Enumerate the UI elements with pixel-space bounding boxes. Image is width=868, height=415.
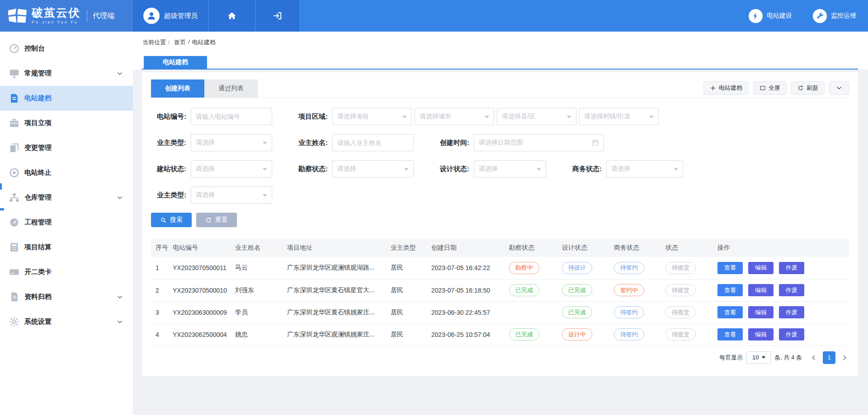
cell-type: 居民 [391, 257, 431, 279]
sidebar-item-system-settings[interactable]: 系统设置 [0, 309, 133, 334]
station-archive-button[interactable]: 电站建档 [703, 81, 749, 95]
tab-passed-list[interactable]: 通过列表 [204, 79, 258, 98]
stations-table: 序号电站编号业主姓名项目地址业主类型创建日期勘察状态设计状态商务状态状态操作 1… [151, 239, 849, 346]
status-badge: 签约中 [614, 284, 644, 296]
brand-logo-icon [7, 8, 28, 24]
row-void-button[interactable]: 作废 [779, 328, 804, 340]
card-toolbar: 电站建档 全屏 刷新 [703, 81, 849, 95]
status-badge: 待提交 [665, 262, 696, 274]
row-edit-button[interactable]: 编辑 [748, 306, 774, 318]
sidebar-item-project-initiation[interactable]: 项目立项 [0, 111, 133, 135]
reset-button[interactable]: 重置 [196, 213, 237, 227]
status-badge: 已完成 [562, 284, 592, 296]
row-void-button[interactable]: 作废 [779, 284, 804, 296]
refresh-button[interactable]: 刷新 [791, 81, 825, 95]
logout-button[interactable] [256, 0, 299, 32]
toolbar-expand-button[interactable] [829, 81, 849, 95]
fullscreen-button[interactable]: 全屏 [753, 81, 787, 95]
sidebar-item-general-management[interactable]: 常规管理 [0, 61, 133, 86]
filter-label-create-time: 创建时间: [434, 139, 469, 147]
brand-area: 破茧云伏 Po Jian Yun Fu 代理端 [0, 0, 133, 32]
chevron-down-icon [263, 142, 267, 147]
filter-group-survey-status: 勘察状态:请选择 [292, 160, 414, 177]
page-tab-station-archive[interactable]: 电站建档 [144, 56, 207, 69]
filter-survey-status-select[interactable]: 请选择 [332, 160, 414, 177]
row-view-button[interactable]: 查看 [717, 328, 743, 340]
sidebar-item-change-management[interactable]: 变更管理 [0, 135, 133, 160]
row-edit-button[interactable]: 编辑 [748, 328, 774, 340]
row-view-button[interactable]: 查看 [717, 306, 743, 318]
sidebar-item-second-class-card[interactable]: 开二类卡 [0, 260, 133, 284]
filter-design-status-select[interactable]: 请选择 [474, 160, 546, 177]
cell-status: 待提交 [665, 323, 717, 345]
filter-town-select[interactable]: 请选择村镇/街道 [579, 108, 659, 125]
per-page-select[interactable]: 10 [746, 351, 771, 364]
page-number-button[interactable]: 1 [823, 351, 835, 364]
status-badge: 已完成 [509, 284, 539, 296]
cell-actions: 查看编辑作废 [717, 301, 849, 323]
column-header-actions: 操作 [717, 239, 849, 257]
next-page-button[interactable] [840, 353, 849, 362]
prev-page-button[interactable] [809, 353, 818, 362]
chevron-down-icon [404, 168, 409, 173]
filter-owner-type-2-select[interactable]: 请选择 [191, 187, 272, 204]
sidebar-item-data-archive[interactable]: 资料归档 [0, 284, 133, 309]
header-nav-monitoring-ops[interactable]: 监控运维 [813, 9, 856, 23]
filter-build-status-select[interactable]: 请选择 [191, 160, 272, 177]
filter-province-select[interactable]: 请选择省份 [332, 108, 412, 125]
cell-owner: 马云 [235, 257, 287, 279]
fullscreen-icon [760, 85, 766, 91]
warehouse-icon [9, 192, 20, 203]
filter-city-select[interactable]: 请选择城市 [415, 108, 494, 125]
user-name: 超级管理员 [164, 12, 198, 20]
terminate-icon [9, 167, 20, 178]
row-void-button[interactable]: 作废 [779, 306, 804, 318]
sidebar-item-engineering-management[interactable]: 工程管理 [0, 210, 133, 235]
filter-actions: 搜索 重置 [151, 213, 849, 227]
header-nav-station-construction[interactable]: 电站建设 [749, 9, 792, 23]
filter-owner-name-input[interactable] [332, 134, 414, 151]
search-button[interactable]: 搜索 [151, 213, 192, 227]
filter-label-design-status: 设计状态: [434, 165, 469, 173]
filter-owner-type-select[interactable]: 请选择 [191, 134, 272, 151]
cell-status: 待提交 [665, 301, 717, 323]
status-badge: 待提交 [665, 328, 696, 340]
filter-station-code-input[interactable] [191, 108, 272, 125]
per-page-label: 每页显示 [719, 354, 743, 362]
wrench-icon [813, 9, 827, 23]
filter-row: 电站编号:项目区域:请选择省份请选择城市请选择县/区请选择村镇/街道 [151, 108, 849, 125]
breadcrumb-home-link[interactable]: 首页 [174, 38, 186, 47]
cell-address: 广东深圳龙华区黄石镇姚家庄... [287, 301, 391, 323]
filter-group-design-status: 设计状态:请选择 [434, 160, 546, 177]
row-view-button[interactable]: 查看 [717, 284, 743, 296]
table-header-row: 序号电站编号业主姓名项目地址业主类型创建日期勘察状态设计状态商务状态状态操作 [151, 239, 849, 257]
page-tab-underline [142, 69, 858, 70]
cell-address: 广东深圳龙华区黄石镇星官大... [287, 279, 391, 301]
row-edit-button[interactable]: 编辑 [748, 284, 774, 296]
filter-label-project-region: 项目区域: [292, 112, 328, 121]
cell-status: 待提交 [665, 279, 717, 301]
logout-icon [273, 11, 283, 21]
sidebar-item-console[interactable]: 控制台 [0, 36, 133, 61]
tab-create-list[interactable]: 创建列表 [151, 79, 204, 98]
filter-group-owner-name: 业主姓名: [292, 134, 414, 151]
sidebar-item-station-archive[interactable]: 电站建档 [0, 86, 133, 111]
sidebar-item-station-termination[interactable]: 电站终止 [0, 160, 133, 185]
row-edit-button[interactable]: 编辑 [748, 262, 774, 274]
sidebar-item-warehouse-management[interactable]: 仓库管理 [0, 185, 133, 210]
row-void-button[interactable]: 作废 [779, 262, 804, 274]
filter-county-select[interactable]: 请选择县/区 [497, 108, 576, 125]
monitor-icon [9, 68, 20, 79]
table-row: 1 YX2023070500011 马云 广东深圳龙华区观澜镇观湖路... 居民… [151, 257, 849, 279]
search-icon [160, 217, 167, 224]
filter-business-status-select[interactable]: 请选择 [606, 160, 683, 177]
filter-label-owner-type: 业主类型: [151, 139, 186, 147]
current-user[interactable]: 超级管理员 [133, 0, 208, 32]
column-header-created: 创建日期 [431, 239, 509, 257]
sidebar-item-project-settlement[interactable]: 项目结算 [0, 235, 133, 260]
home-button[interactable] [209, 0, 255, 32]
filter-create-time-range[interactable]: 请选择日期范围 [474, 134, 604, 151]
brand-name: 破茧云伏 [32, 7, 80, 19]
row-view-button[interactable]: 查看 [717, 262, 743, 274]
filter-row: 建站状态:请选择勘察状态:请选择设计状态:请选择商务状态:请选择 [151, 160, 849, 177]
